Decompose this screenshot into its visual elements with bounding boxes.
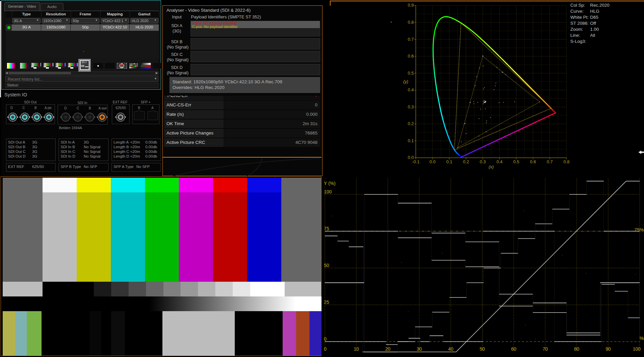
svg-text:80: 80 [574, 346, 579, 352]
svg-text:0.4: 0.4 [496, 159, 502, 164]
svg-text:40: 40 [448, 346, 453, 352]
svg-text:0.5: 0.5 [408, 71, 414, 76]
svg-text:(y): (y) [403, 79, 408, 84]
svg-text:(x): (x) [489, 164, 494, 169]
svg-text:-0.1: -0.1 [412, 159, 419, 164]
svg-text:0.6: 0.6 [530, 159, 536, 164]
svg-text:0.7: 0.7 [547, 159, 553, 164]
svg-text:30: 30 [417, 346, 422, 352]
svg-text:100: 100 [324, 189, 332, 194]
svg-text:Line:: Line: [570, 33, 580, 38]
svg-text:0.8: 0.8 [563, 159, 569, 164]
svg-text:0.0: 0.0 [408, 155, 414, 160]
svg-text:0.1: 0.1 [408, 138, 414, 143]
svg-text:10: 10 [354, 346, 359, 352]
svg-text:25: 25 [324, 299, 329, 305]
svg-text:0.6: 0.6 [408, 54, 414, 59]
svg-text:0.9: 0.9 [408, 3, 414, 8]
svg-text:Zoom:: Zoom: [570, 27, 583, 32]
svg-text:Curve:: Curve: [570, 9, 584, 14]
svg-text:0.3: 0.3 [480, 159, 486, 164]
svg-text:60: 60 [511, 346, 516, 352]
svg-text:HLG: HLG [590, 9, 599, 14]
svg-text:White Pt:: White Pt: [570, 15, 589, 20]
svg-text:20: 20 [385, 346, 390, 352]
svg-text:0.4: 0.4 [408, 87, 414, 92]
svg-text:0.0: 0.0 [429, 159, 435, 164]
svg-text:50: 50 [480, 346, 485, 352]
svg-text:Y (%): Y (%) [324, 181, 336, 186]
svg-text:70: 70 [543, 346, 548, 352]
svg-text:100: 100 [633, 346, 641, 352]
svg-text:0: 0 [324, 346, 327, 352]
svg-text:All: All [590, 33, 595, 38]
svg-text:90: 90 [605, 346, 611, 352]
svg-text:Col Sp:: Col Sp: [570, 3, 585, 8]
svg-text:50: 50 [324, 263, 329, 268]
svg-text:0.3: 0.3 [408, 104, 414, 109]
svg-text:0.1: 0.1 [446, 159, 452, 164]
svg-text:0.8: 0.8 [408, 20, 414, 25]
svg-text:S-Log3:: S-Log3: [570, 39, 586, 44]
svg-text:0.2: 0.2 [463, 159, 469, 164]
svg-text:0.2: 0.2 [408, 121, 414, 126]
svg-text:0: 0 [324, 336, 327, 342]
svg-text:%: % [640, 336, 644, 341]
svg-text:0.5: 0.5 [513, 159, 519, 164]
svg-text:1.00: 1.00 [590, 27, 599, 32]
svg-text:Rec.2020: Rec.2020 [590, 3, 610, 8]
svg-text:Off: Off [590, 21, 596, 26]
svg-text:75%: 75% [634, 227, 644, 233]
svg-text:0.7: 0.7 [408, 37, 414, 42]
svg-text:ST 2086:: ST 2086: [570, 21, 589, 26]
svg-text:D65: D65 [590, 15, 598, 20]
svg-text:75: 75 [324, 226, 329, 231]
